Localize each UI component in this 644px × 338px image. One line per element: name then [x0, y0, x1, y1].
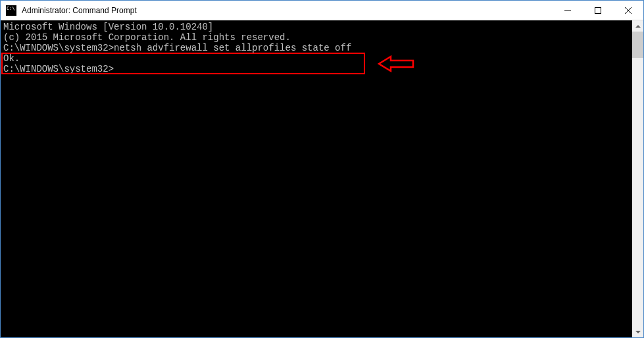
close-icon [625, 7, 632, 14]
result-line: Ok. [3, 53, 630, 64]
scroll-thumb[interactable] [632, 32, 643, 58]
window-title: Administrator: Command Prompt [22, 6, 553, 15]
command-line-1: C:\WINDOWS\system32>netsh advfirewall se… [3, 43, 630, 53]
window-controls [553, 1, 643, 20]
vertical-scrollbar[interactable] [632, 20, 643, 337]
command-text: netsh advfirewall set allprofiles state … [114, 43, 351, 53]
minimize-icon [564, 7, 571, 14]
chevron-up-icon [635, 24, 641, 29]
svg-rect-1 [595, 7, 601, 13]
prompt-path: C:\WINDOWS\system32> [3, 64, 114, 74]
scroll-up-button[interactable] [632, 20, 643, 32]
scroll-track[interactable] [632, 32, 643, 326]
command-line-2: C:\WINDOWS\system32> [3, 64, 630, 74]
terminal-output[interactable]: Microsoft Windows [Version 10.0.10240](c… [1, 20, 632, 337]
scroll-down-button[interactable] [632, 326, 643, 337]
prompt-path: C:\WINDOWS\system32> [3, 43, 114, 53]
minimize-button[interactable] [553, 1, 583, 20]
version-line: Microsoft Windows [Version 10.0.10240] [3, 22, 630, 32]
command-prompt-window: Administrator: Command Prompt Microsoft … [0, 0, 644, 338]
maximize-icon [595, 7, 601, 14]
chevron-down-icon [635, 329, 641, 335]
close-button[interactable] [613, 1, 643, 20]
copyright-line: (c) 2015 Microsoft Corporation. All righ… [3, 32, 630, 43]
titlebar[interactable]: Administrator: Command Prompt [1, 1, 643, 20]
maximize-button[interactable] [583, 1, 613, 20]
content-area: Microsoft Windows [Version 10.0.10240](c… [1, 20, 643, 337]
cmd-icon [6, 5, 16, 16]
